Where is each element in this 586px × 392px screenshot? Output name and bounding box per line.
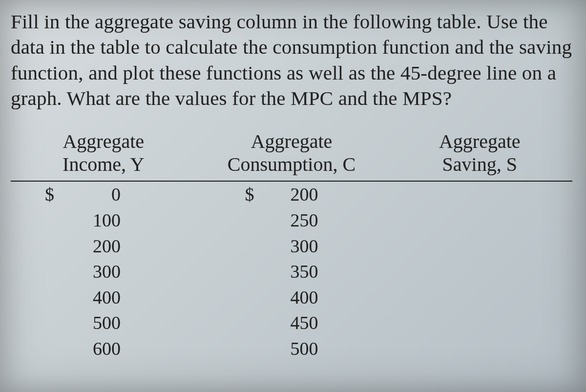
cell-consumption: 450 [196,310,387,336]
question-text: Fill in the aggregate saving column in t… [11,9,575,111]
data-table: Aggregate Income, Y Aggregate Consumptio… [11,130,572,362]
cell-saving [387,310,573,336]
income-value: 300 [62,260,121,284]
table-row: 200300 [11,233,572,259]
table-row: 400400 [11,285,572,310]
cell-income: 400 [11,285,196,310]
table-row: $0$200 [11,181,572,207]
data-table-wrap: Aggregate Income, Y Aggregate Consumptio… [11,130,575,362]
cell-consumption: 300 [196,233,387,259]
cell-income: 500 [11,310,196,336]
income-value: 100 [62,208,121,232]
cell-saving [387,336,573,362]
header-saving: Aggregate Saving, S [387,130,573,181]
header-income: Aggregate Income, Y [11,130,196,181]
income-value: 0 [62,183,121,206]
table-row: 300350 [11,259,572,285]
consumption-value: 200 [260,183,318,206]
cell-consumption: 250 [196,207,387,233]
currency-symbol: $ [45,183,62,206]
income-value: 200 [62,234,121,258]
consumption-value: 500 [260,337,318,361]
cell-income: 600 [11,336,196,362]
consumption-value: 300 [260,234,318,258]
cell-saving [387,285,573,310]
consumption-value: 400 [260,286,318,309]
income-value: 400 [62,286,121,309]
header-row: Aggregate Income, Y Aggregate Consumptio… [11,130,572,181]
cell-saving [387,259,573,285]
table-row: 100250 [11,207,572,233]
cell-consumption: 400 [196,285,387,310]
cell-consumption: 500 [196,336,387,362]
currency-symbol: $ [245,183,260,206]
textbook-page: Fill in the aggregate saving column in t… [0,0,586,362]
cell-saving [387,233,573,259]
cell-income: 100 [11,207,196,233]
cell-income: 200 [11,233,196,259]
cell-consumption: 350 [196,259,387,285]
cell-saving [387,181,573,207]
consumption-value: 350 [260,260,318,284]
income-value: 600 [62,337,121,361]
table-row: 500450 [11,310,572,336]
table-body: $0$2001002502003003003504004005004506005… [11,181,572,361]
income-value: 500 [62,311,121,335]
consumption-value: 450 [260,311,318,335]
consumption-value: 250 [260,208,318,232]
cell-income: $0 [11,181,196,207]
table-row: 600500 [11,336,572,362]
header-consumption: Aggregate Consumption, C [196,130,387,181]
cell-consumption: $200 [196,181,387,207]
cell-saving [387,207,573,233]
cell-income: 300 [11,259,196,285]
